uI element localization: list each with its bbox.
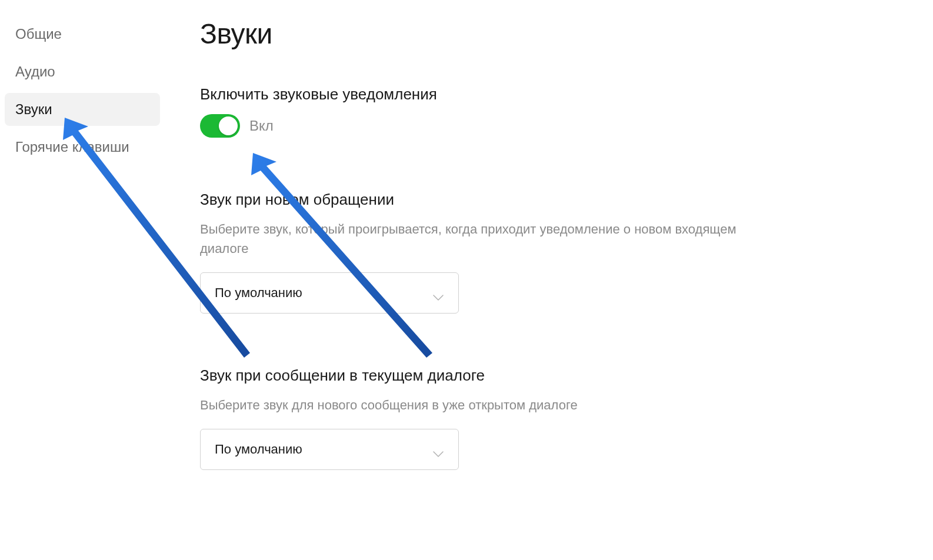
sidebar-item-label: Общие [15, 26, 62, 42]
sidebar-item-label: Горячие клавиши [15, 139, 129, 155]
enable-sounds-title: Включить звуковые уведомления [200, 85, 777, 104]
select-value: По умолчанию [215, 285, 302, 301]
sidebar-item-label: Звуки [15, 101, 52, 117]
chevron-down-icon [432, 446, 444, 453]
sidebar-item-sounds[interactable]: Звуки [5, 93, 160, 126]
toggle-knob [219, 116, 238, 135]
new-request-description: Выберите звук, который проигрывается, ко… [200, 219, 777, 258]
sidebar-item-label: Аудио [15, 64, 55, 79]
sidebar-item-audio[interactable]: Аудио [5, 55, 160, 88]
page-title: Звуки [200, 18, 777, 50]
new-request-sound-select[interactable]: По умолчанию [200, 272, 459, 314]
section-enable-sounds: Включить звуковые уведомления Вкл [200, 85, 777, 138]
section-current-dialog-sound: Звук при сообщении в текущем диалоге Выб… [200, 366, 777, 470]
sidebar-item-hotkeys[interactable]: Горячие клавиши [5, 131, 160, 164]
select-value: По умолчанию [215, 442, 302, 457]
main-content: Звуки Включить звуковые уведомления Вкл … [165, 18, 812, 523]
current-dialog-title: Звук при сообщении в текущем диалоге [200, 366, 777, 385]
sidebar-item-general[interactable]: Общие [5, 18, 160, 51]
toggle-state-label: Вкл [249, 118, 274, 134]
toggle-row: Вкл [200, 114, 777, 138]
current-dialog-sound-select[interactable]: По умолчанию [200, 429, 459, 470]
enable-sounds-toggle[interactable] [200, 114, 240, 138]
new-request-title: Звук при новом обращении [200, 191, 777, 209]
section-new-request-sound: Звук при новом обращении Выберите звук, … [200, 191, 777, 314]
chevron-down-icon [432, 289, 444, 296]
settings-sidebar: Общие Аудио Звуки Горячие клавиши [0, 18, 165, 523]
current-dialog-description: Выберите звук для нового сообщения в уже… [200, 395, 777, 415]
